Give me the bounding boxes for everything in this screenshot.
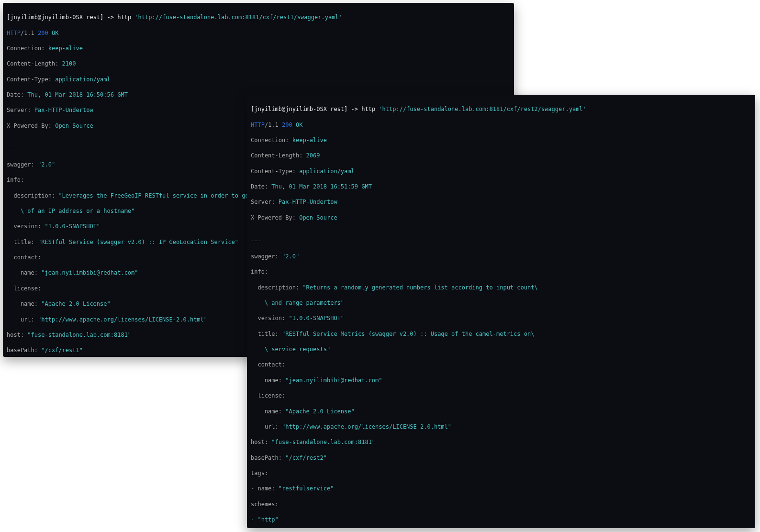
yaml-description-cont: \ and range parameters" [251,299,751,307]
yaml-basepath: basePath: "/cxf/rest2" [251,454,751,462]
yaml-info: info: [251,268,751,276]
yaml-license: license: [251,392,751,399]
yaml-license-name: name: "Apache 2.0 License" [251,408,751,415]
http-label: HTTP [251,122,265,128]
header-date: Date: Thu, 01 Mar 2018 16:51:59 GMT [251,183,751,190]
header-content-length: Content-Length: 2069 [251,152,751,159]
header-content-type: Content-Type: application/yaml [7,76,510,83]
terminal-window-rest2[interactable]: [jnyilimb@jnyilimb-OSX rest] -> http 'ht… [247,95,755,528]
yaml-sep: --- [251,237,751,244]
cmd-url: 'http://fuse-standalone.lab.com:8181/cxf… [379,106,586,112]
yaml-tag-item: - name: "restfulservice" [251,485,751,492]
prompt-arrow: -> [103,14,117,21]
header-content-type: Content-Type: application/yaml [251,167,751,175]
yaml-contact: contact: [251,361,751,368]
prompt-line[interactable]: [jnyilimb@jnyilimb-OSX rest] -> http 'ht… [7,13,510,21]
http-label: HTTP [7,30,21,36]
yaml-version: version: "1.0.0-SNAPSHOT" [251,314,751,322]
yaml-contact-name: name: "jean.nyilimbibi@redhat.com" [251,377,751,384]
header-connection: Connection: keep-alive [7,44,510,52]
prompt-user: [jnyilimb@jnyilimb-OSX rest] [7,14,103,21]
cmd-http: http [117,14,134,21]
yaml-title: title: "RESTful Service Metrics (swagger… [251,330,751,338]
status-ok: OK [296,122,302,128]
yaml-tags: tags: [251,469,751,477]
yaml-swagger: swagger: "2.0" [251,253,751,260]
response-status: HTTP/1.1 200 OK [251,121,751,129]
yaml-license-url: url: "http://www.apache.org/licenses/LIC… [251,423,751,431]
prompt-line[interactable]: [jnyilimb@jnyilimb-OSX rest] -> http 'ht… [251,105,751,113]
header-server: Server: Pax-HTTP-Undertow [251,198,751,206]
cmd-url: 'http://fuse-standalone.lab.com:8181/cxf… [134,14,342,21]
yaml-scheme-http: - "http" [251,516,751,523]
yaml-schemes: schemes: [251,500,751,508]
prompt-user: [jnyilimb@jnyilimb-OSX rest] [251,106,347,112]
status-ok: OK [52,30,58,36]
response-status: HTTP/1.1 200 OK [7,29,510,37]
prompt-arrow: -> [347,106,361,112]
header-content-length: Content-Length: 2100 [7,60,510,67]
yaml-title-cont: \ service requests" [251,345,751,353]
header-connection: Connection: keep-alive [251,136,751,144]
header-x-powered-by: X-Powered-By: Open Source [251,214,751,222]
yaml-description: description: "Returns a randomly generat… [251,284,751,291]
yaml-host: host: "fuse-standalone.lab.com:8181" [251,438,751,446]
cmd-http: http [361,106,379,112]
